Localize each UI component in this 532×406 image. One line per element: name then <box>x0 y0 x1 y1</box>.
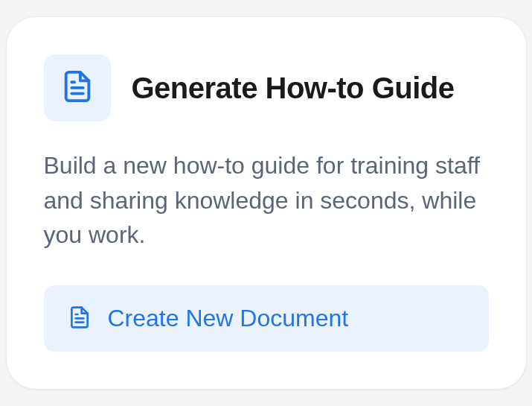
button-label: Create New Document <box>108 305 349 332</box>
document-icon <box>68 305 92 332</box>
card-title: Generate How-to Guide <box>132 72 455 105</box>
document-icon <box>60 69 94 107</box>
guide-card: Generate How-to Guide Build a new how-to… <box>6 16 527 389</box>
create-document-button[interactable]: Create New Document <box>44 285 489 352</box>
header-icon-box <box>44 54 111 121</box>
card-description: Build a new how-to guide for training st… <box>44 148 489 252</box>
card-header: Generate How-to Guide <box>44 54 489 121</box>
